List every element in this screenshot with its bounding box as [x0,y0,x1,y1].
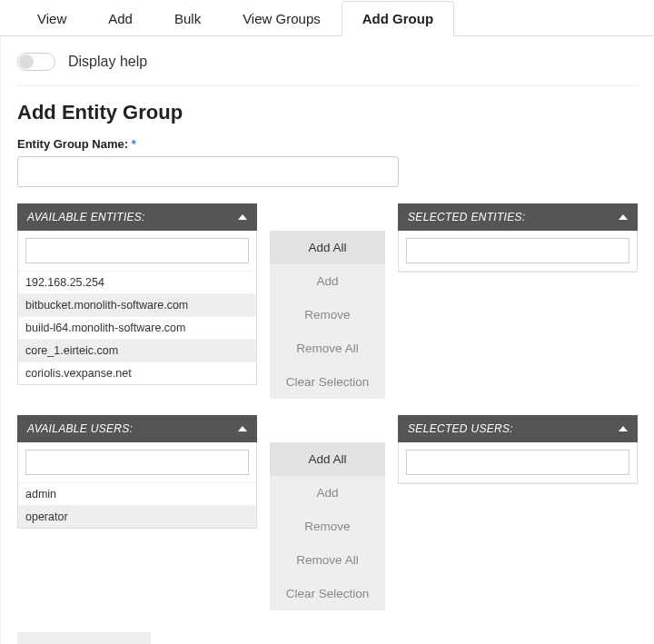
list-item[interactable]: admin [18,483,256,506]
display-help-toggle[interactable] [17,53,55,71]
tab-bar: View Add Bulk View Groups Add Group [0,0,654,36]
selected-entities-header: SELECTED ENTITIES: [408,211,525,223]
available-users-header: AVAILABLE USERS: [27,422,133,435]
available-entities-panel: AVAILABLE ENTITIES: 192.168.25.254 bitbu… [17,203,257,399]
entities-transfer-buttons: Add All Add Remove Remove All Clear Sele… [270,231,385,399]
selected-users-header: SELECTED USERS: [408,422,513,435]
collapse-icon[interactable] [619,214,628,220]
entities-remove-button[interactable]: Remove [270,298,385,332]
users-transfer-buttons: Add All Add Remove Remove All Clear Sele… [270,442,385,610]
group-name-input[interactable] [17,156,399,187]
collapse-icon[interactable] [238,214,247,220]
entities-clear-selection-button[interactable]: Clear Selection [270,365,385,399]
users-remove-button[interactable]: Remove [270,510,385,543]
available-users-list[interactable]: admin operator [18,483,256,528]
tab-view-groups[interactable]: View Groups [222,1,342,36]
list-item[interactable]: 192.168.25.254 [18,272,256,294]
selected-entities-panel: SELECTED ENTITIES: [398,203,638,399]
available-users-filter[interactable] [25,450,249,475]
available-users-panel: AVAILABLE USERS: admin operator [17,415,257,610]
page-title: Add Entity Group [17,101,638,124]
tab-add[interactable]: Add [87,1,154,36]
collapse-icon[interactable] [238,426,247,431]
selected-users-filter[interactable] [406,450,629,475]
collapse-icon[interactable] [619,426,628,431]
tab-add-group[interactable]: Add Group [342,1,454,36]
users-add-button[interactable]: Add [270,476,385,510]
entities-remove-all-button[interactable]: Remove All [270,332,385,365]
selected-entities-filter[interactable] [406,238,629,263]
available-entities-list[interactable]: 192.168.25.254 bitbucket.monolith-softwa… [18,272,256,384]
list-item[interactable]: operator [18,506,256,528]
users-clear-selection-button[interactable]: Clear Selection [270,577,385,610]
tab-bulk[interactable]: Bulk [154,1,222,36]
list-item[interactable]: bitbucket.monolith-software.com [18,294,256,317]
tab-view[interactable]: View [16,1,87,36]
available-entities-header: AVAILABLE ENTITIES: [27,211,145,223]
add-entity-group-button[interactable]: Add Entity Group [17,632,151,644]
selected-users-panel: SELECTED USERS: [398,415,638,610]
group-name-label: Entity Group Name: * [17,137,638,151]
entities-add-button[interactable]: Add [270,264,385,298]
users-remove-all-button[interactable]: Remove All [270,543,385,577]
list-item[interactable]: build-l64.monolith-software.com [18,317,256,340]
list-item[interactable]: coriolis.vexpanse.net [18,362,256,384]
list-item[interactable]: core_1.eirteic.com [18,340,256,362]
entities-add-all-button[interactable]: Add All [270,231,385,264]
required-indicator: * [132,137,136,151]
available-entities-filter[interactable] [25,238,249,263]
users-add-all-button[interactable]: Add All [270,442,385,476]
display-help-label: Display help [68,54,147,70]
